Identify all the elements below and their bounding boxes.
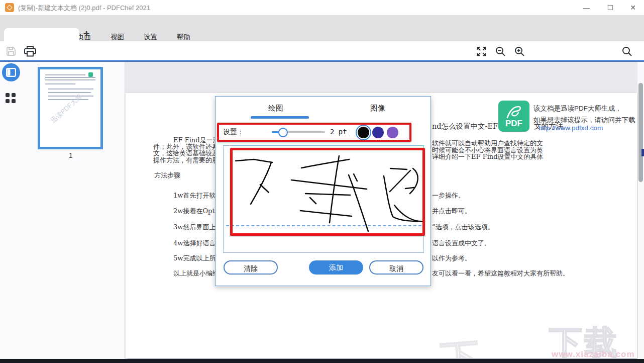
pdf-generator-badge: PDF (498, 101, 529, 132)
handwriting-strokes (224, 146, 423, 252)
thumbnail-badge (88, 72, 93, 77)
zoom-in-icon[interactable] (514, 46, 525, 57)
minimize-button[interactable]: — (579, 2, 594, 13)
thumbnail-watermark: 迅读PDF大师 (49, 78, 99, 125)
close-button[interactable]: ✕ (625, 2, 640, 13)
doc-line: 方法步骤 (154, 171, 180, 180)
thumbnail-view-icon[interactable] (6, 93, 16, 104)
menu-view[interactable]: 视图 (111, 33, 124, 42)
doc-line: 2w接着在Optio (173, 207, 215, 216)
notice-link[interactable]: http://www.pdfxd.com (539, 124, 603, 132)
stroke-width-value: 2 pt (330, 128, 347, 136)
new-tab-button[interactable]: + (83, 28, 89, 40)
page-thumbnail[interactable]: 迅读PDF大师 (38, 67, 103, 149)
doc-line: 一步操作。 (432, 191, 465, 200)
title-bar: (复制)-新建文本文档 (2)0.pdf - PDFChef 2021 — ☐ … (0, 0, 644, 15)
menu-help[interactable]: 帮助 (177, 33, 190, 42)
signature-dialog: 绘图 图像 设置： 2 pt (215, 96, 431, 286)
document-tab[interactable]: (复制)-新建文本文... × (4, 28, 79, 41)
toggle-panel-button[interactable] (2, 63, 20, 81)
panel-layout-icon (6, 68, 16, 77)
maximize-button[interactable]: ☐ (603, 2, 618, 13)
add-button[interactable]: 添加 (309, 260, 363, 275)
zoom-out-icon[interactable] (495, 46, 506, 57)
badge-label: PDF (498, 119, 529, 129)
pdfchef-window: (复制)-新建文本文档 (2)0.pdf - PDFChef 2021 — ☐ … (0, 0, 644, 363)
scrollbar-marker (641, 149, 644, 156)
menu-settings[interactable]: 设置 (144, 33, 157, 42)
color-swatch-purple[interactable] (387, 127, 398, 138)
doc-title-fragment: nd怎么设置中文-EF Fi (432, 122, 507, 131)
doc-line: 详细介绍一下EF Find设置中文的具体 (432, 152, 544, 161)
active-tab-underline (251, 116, 309, 119)
doc-line: 4w选择好语言后 (173, 239, 215, 248)
watermark-url: www.xiazaiba.com (552, 349, 635, 358)
doc-line: 操作方法，有需要的朋友可 (153, 156, 215, 165)
dialog-tab-image[interactable]: 图像 (370, 104, 385, 113)
thumbnail-panel: 迅读PDF大师 1 (21, 62, 125, 359)
main-toolbar: 编辑 ↑ 1 / 1 ↓ 128% ⌄ (0, 41, 644, 60)
slider-thumb[interactable] (278, 128, 288, 137)
color-swatch-navy[interactable] (372, 127, 384, 138)
window-bottom-edge (0, 359, 644, 363)
pdf-logo-icon (505, 105, 522, 119)
doc-line: 3w然后界面上就 (173, 223, 215, 232)
doc-left-column: EF Find是一法 件；此外，该软件还具备压 文，这给英语基础较差的朋 操作方… (126, 93, 215, 358)
doc-line: 并点击即可。 (432, 207, 471, 216)
doc-line: 以作为参考。 (432, 254, 471, 263)
thumbnail-page-number: 1 (69, 151, 73, 159)
doc-line: 语言设置成中文了。 (432, 239, 491, 248)
drawing-canvas[interactable] (223, 145, 424, 253)
doc-line: ”选项，点击该选项。 (432, 223, 494, 232)
scrollbar-thumb[interactable] (638, 83, 643, 182)
sidebar-rail (0, 62, 22, 359)
settings-label: 设置： (223, 128, 244, 137)
signature-baseline (226, 225, 421, 226)
notice-line-1: 该文档是迅读PDF大师生成， (533, 104, 622, 113)
menu-bar: 文件 编辑 页面 视图 设置 帮助 (0, 15, 644, 41)
doc-right-column: nd怎么设置中文-EF Fi 软件就可以自动帮助用户查找特定的文 时候可能会不小… (431, 93, 637, 358)
color-swatch-black[interactable] (358, 127, 369, 138)
watermark-partial-glyph: 下 (440, 332, 481, 358)
window-title: (复制)-新建文本文档 (2)0.pdf - PDFChef 2021 (18, 4, 150, 13)
dialog-tab-draw[interactable]: 绘图 (268, 104, 283, 113)
doc-line: 以上就是小编给 (173, 269, 215, 278)
clear-button[interactable]: 清除 (224, 260, 278, 275)
doc-line: 5w完成以上所有 (173, 254, 215, 263)
doc-line: 1w首先打开软件 (173, 191, 215, 200)
app-logo-icon (5, 3, 14, 12)
cancel-button[interactable]: 取消 (369, 260, 423, 275)
doc-line: 友可以看一看，希望这篇教程对大家有所帮助。 (432, 269, 569, 278)
save-icon[interactable] (6, 46, 16, 56)
fullscreen-icon[interactable] (476, 46, 487, 57)
search-icon[interactable] (622, 46, 632, 57)
print-icon[interactable] (24, 46, 36, 57)
thumbnail-page-preview: 迅读PDF大师 (40, 69, 100, 147)
